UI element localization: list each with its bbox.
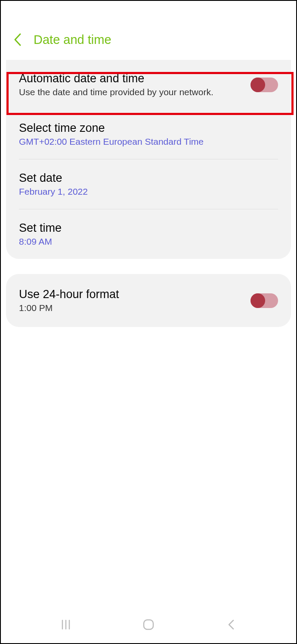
use-24-hour-format-title: Use 24-hour format <box>19 288 242 301</box>
set-time-title: Set time <box>19 221 278 235</box>
set-time-row[interactable]: Set time 8:09 AM <box>6 209 291 259</box>
header: Date and time <box>1 20 296 60</box>
set-date-row[interactable]: Set date February 1, 2022 <box>6 159 291 209</box>
automatic-date-time-row[interactable]: Automatic date and time Use the date and… <box>6 60 291 109</box>
select-time-zone-title: Select time zone <box>19 121 278 135</box>
select-time-zone-subtitle: GMT+02:00 Eastern European Standard Time <box>19 137 278 147</box>
recent-apps-icon[interactable] <box>58 617 74 632</box>
row-text: Use 24-hour format 1:00 PM <box>19 288 242 313</box>
set-time-subtitle: 8:09 AM <box>19 236 278 247</box>
set-date-subtitle: February 1, 2022 <box>19 187 278 197</box>
select-time-zone-row[interactable]: Select time zone GMT+02:00 Eastern Europ… <box>6 109 291 159</box>
automatic-date-time-subtitle: Use the date and time provided by your n… <box>19 87 242 97</box>
row-text: Set time 8:09 AM <box>19 221 278 247</box>
back-nav-icon[interactable] <box>223 617 239 632</box>
page-title: Date and time <box>34 33 111 47</box>
svg-rect-3 <box>144 620 153 629</box>
toggle-thumb <box>251 78 265 92</box>
toggle-thumb <box>251 293 265 308</box>
row-text: Set date February 1, 2022 <box>19 171 278 197</box>
home-icon[interactable] <box>141 617 156 632</box>
use-24-hour-format-row[interactable]: Use 24-hour format 1:00 PM <box>6 274 291 327</box>
settings-group-1: Automatic date and time Use the date and… <box>6 60 291 259</box>
use-24-hour-format-subtitle: 1:00 PM <box>19 303 242 313</box>
automatic-date-time-title: Automatic date and time <box>19 72 242 85</box>
set-date-title: Set date <box>19 171 278 185</box>
automatic-date-time-toggle[interactable] <box>251 78 278 92</box>
nav-bar <box>1 614 296 635</box>
use-24-hour-format-toggle[interactable] <box>251 293 278 308</box>
settings-group-2: Use 24-hour format 1:00 PM <box>6 274 291 327</box>
back-icon[interactable] <box>14 32 22 47</box>
row-text: Select time zone GMT+02:00 Eastern Europ… <box>19 121 278 147</box>
row-text: Automatic date and time Use the date and… <box>19 72 242 97</box>
